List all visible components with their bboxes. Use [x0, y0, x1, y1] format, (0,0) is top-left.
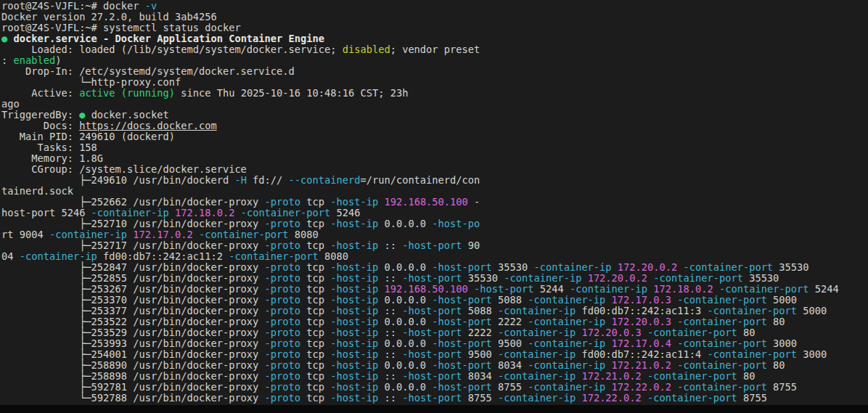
terminal-text-segment: docker.service - Docker Application Cont… [13, 33, 324, 44]
terminal-text-segment: -host-ip [330, 381, 378, 393]
terminal-text-segment: -container-port [677, 316, 767, 327]
terminal-text-segment: -container-port [647, 370, 737, 382]
terminal-text-segment: ├─592781 /usr/bin/docker-proxy [1, 381, 265, 393]
terminal-text-segment: enabled [13, 54, 55, 66]
terminal-text-segment: -proto [265, 338, 300, 349]
terminal-line: ├─252847 /usr/bin/docker-proxy -proto tc… [1, 262, 868, 273]
terminal-line: Docs: https://docs.docker.com [1, 120, 868, 131]
terminal-text-segment: -proto [265, 392, 300, 404]
terminal-text-segment: 9500 [462, 348, 498, 360]
terminal-text-segment: 5246 [330, 207, 360, 218]
terminal-text-segment: -host-port [402, 348, 462, 360]
terminal-text-segment [713, 283, 719, 295]
terminal-text-segment: -container-ip [528, 338, 605, 349]
terminal-text-segment: docker.socket [91, 109, 169, 120]
terminal-text-segment: 172.22.0.2 [612, 381, 671, 393]
terminal-text-segment: 172.20.0.3 [612, 316, 671, 327]
terminal-text-segment: -container-ip [528, 316, 605, 327]
terminal-text-segment: -proto [265, 359, 300, 371]
terminal-text-segment: 8755 [462, 392, 498, 404]
terminal-text-segment: ; vendor preset [390, 44, 480, 55]
terminal-line: ├─253522 /usr/bin/docker-proxy -proto tc… [1, 316, 868, 327]
terminal-line: ├─258898 /usr/bin/docker-proxy -proto tc… [1, 371, 868, 382]
terminal-text-segment: fd00:db7::242:ac11:4 [576, 348, 707, 360]
terminal-text-segment: -H [234, 174, 246, 186]
terminal-text-segment: :: [378, 240, 402, 251]
terminal-text-segment: -container-ip [498, 392, 576, 404]
terminal-text-segment: -proto [265, 218, 300, 229]
terminal-text-segment: :: [378, 348, 402, 360]
terminal-window[interactable]: root@Z4S-VJFL:~# docker -vDocker version… [0, 0, 868, 413]
terminal-text-segment: 5000 [767, 294, 797, 306]
terminal-text-segment: Active: [1, 87, 79, 99]
terminal-text-segment: tcp [300, 348, 330, 360]
terminal-output[interactable]: root@Z4S-VJFL:~# docker -vDocker version… [0, 0, 868, 404]
terminal-text-segment: -host-ip [330, 196, 378, 208]
terminal-text-segment: -container-ip [528, 294, 605, 306]
terminal-text-segment: fd00:db7::242:ac11:3 [576, 305, 707, 316]
terminal-text-segment: 172.18.0.2 [653, 283, 713, 295]
terminal-text-segment [605, 294, 611, 306]
terminal-text-segment: -container-ip [533, 261, 611, 273]
terminal-text-segment: root@Z4S-VJFL:~# docker [1, 0, 145, 12]
terminal-text-segment: 5088 [462, 305, 498, 316]
docs-link[interactable]: https://docs.docker.com [79, 120, 217, 131]
terminal-text-segment: tcp [300, 392, 330, 404]
terminal-line: root@Z4S-VJFL:~# docker -v [1, 1, 868, 12]
terminal-text-segment: -host-port [402, 272, 462, 284]
terminal-text-segment: Drop-In: /etc/systemd/system/docker.serv… [1, 65, 295, 77]
terminal-text-segment: -host-port [432, 359, 491, 371]
terminal-text-segment [605, 316, 611, 327]
terminal-text-segment: rt 9004 [1, 229, 49, 240]
terminal-text-segment: Loaded: loaded (/lib/systemd/system/dock… [1, 44, 343, 55]
terminal-line: tainerd.sock [1, 186, 868, 197]
terminal-text-segment: 80 [767, 316, 785, 327]
terminal-text-segment: 172.20.0.2 [588, 272, 647, 284]
terminal-line: TriggeredBy: ● docker.socket [1, 110, 868, 120]
terminal-text-segment: -host-port [432, 338, 491, 349]
terminal-text-segment: -container-port [241, 207, 331, 218]
terminal-text-segment: -host-port [402, 370, 462, 382]
terminal-text-segment: -container-port [707, 348, 797, 360]
terminal-line: root@Z4S-VJFL:~# systemctl status docker [1, 23, 868, 33]
terminal-line: ├─592781 /usr/bin/docker-proxy -proto tc… [1, 382, 868, 393]
terminal-text-segment: ├─258890 /usr/bin/docker-proxy [1, 359, 265, 371]
terminal-text-segment: └─592788 /usr/bin/docker-proxy [1, 392, 265, 404]
terminal-text-segment: :: [378, 392, 402, 404]
terminal-text-segment: -host-ip [330, 370, 378, 382]
terminal-text-segment: -proto [265, 370, 300, 382]
terminal-text-segment: ├─252855 /usr/bin/docker-proxy [1, 272, 265, 284]
terminal-text-segment: tcp [300, 218, 330, 229]
terminal-text-segment: -host-ip [330, 272, 378, 284]
terminal-text-segment: 80 [737, 370, 756, 382]
terminal-text-segment: tcp [300, 261, 330, 273]
terminal-text-segment: ├─253370 /usr/bin/docker-proxy [1, 294, 265, 306]
terminal-text-segment: -host-port [402, 327, 462, 338]
terminal-text-segment: tcp [300, 272, 330, 284]
terminal-text-segment: 172.17.0.2 [133, 229, 192, 240]
terminal-text-segment: 172.21.0.2 [612, 359, 671, 371]
terminal-text-segment: -host-ip [330, 359, 378, 371]
terminal-text-segment: disabled [343, 44, 390, 55]
terminal-text-segment: 192.168.50.100 [384, 283, 467, 295]
terminal-text-segment: Memory: 1.8G [1, 152, 103, 164]
terminal-line: ├─258890 /usr/bin/docker-proxy -proto tc… [1, 360, 868, 371]
terminal-line: CGroup: /system.slice/docker.service [1, 164, 868, 175]
terminal-line: ├─252855 /usr/bin/docker-proxy -proto tc… [1, 273, 868, 284]
terminal-text-segment: -container-port [707, 305, 797, 316]
terminal-line: ├─254001 /usr/bin/docker-proxy -proto tc… [1, 349, 868, 360]
terminal-text-segment: 0.0.0.0 [378, 261, 432, 273]
terminal-text-segment: 3000 [767, 338, 797, 349]
terminal-text-segment: -host-port [402, 392, 462, 404]
terminal-line: ├─253267 /usr/bin/docker-proxy -proto tc… [1, 284, 868, 295]
terminal-text-segment: 0.0.0.0 [378, 294, 432, 306]
terminal-text-segment: Docker version 27.2.0, build 3ab4256 [1, 11, 217, 23]
terminal-text-segment: -host-ip [330, 261, 378, 273]
terminal-text-segment: -container-ip [498, 327, 576, 338]
terminal-text-segment: 8755 [767, 381, 797, 393]
terminal-text-segment: -container-port [677, 338, 767, 349]
terminal-text-segment: ├─253522 /usr/bin/docker-proxy [1, 316, 265, 327]
terminal-text-segment: -container-ip [498, 348, 576, 360]
terminal-text-segment: tcp [300, 327, 330, 338]
terminal-text-segment: tcp [300, 305, 330, 316]
